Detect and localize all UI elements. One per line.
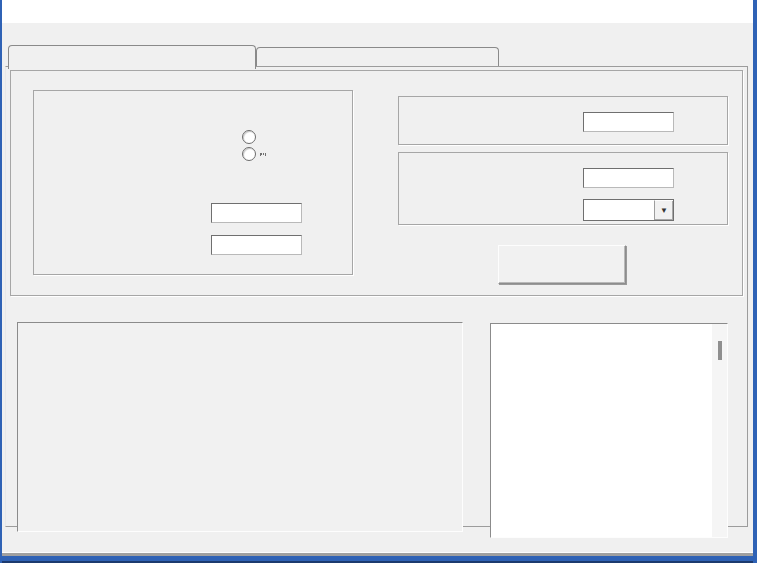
base-circle-radius-field[interactable] [211, 203, 302, 223]
radio-mm[interactable] [242, 147, 265, 161]
data-graph-panel [17, 322, 463, 532]
menu-bar [0, 0, 757, 23]
general-groupbox [33, 90, 353, 275]
radio-mm-icon[interactable] [242, 147, 256, 161]
conversion-result-listbox[interactable] [490, 323, 728, 538]
cam-profile-chart [18, 323, 462, 531]
engine-follower-offset-field[interactable] [211, 235, 302, 255]
window-frame-right [753, 0, 757, 563]
window-frame-left [0, 0, 2, 563]
output-data-resolution-value[interactable] [584, 200, 654, 220]
gage-follower-radius-field[interactable] [583, 168, 674, 188]
output-data-resolution-combo[interactable]: ▼ [583, 199, 674, 221]
tab-additional-information[interactable] [256, 47, 499, 66]
from-groupbox [398, 96, 728, 145]
convert-button[interactable] [498, 245, 626, 284]
application-window: ▼ [0, 0, 757, 563]
radio-inch-icon[interactable] [242, 130, 256, 144]
listbox-scrollbar-thumb[interactable] [718, 341, 722, 360]
tab-required-settings[interactable] [8, 45, 256, 69]
to-groupbox [398, 152, 728, 225]
dropdown-arrow-icon[interactable]: ▼ [654, 200, 673, 220]
engine-follower-radius-field[interactable] [583, 112, 674, 132]
radio-inch[interactable] [242, 130, 265, 144]
